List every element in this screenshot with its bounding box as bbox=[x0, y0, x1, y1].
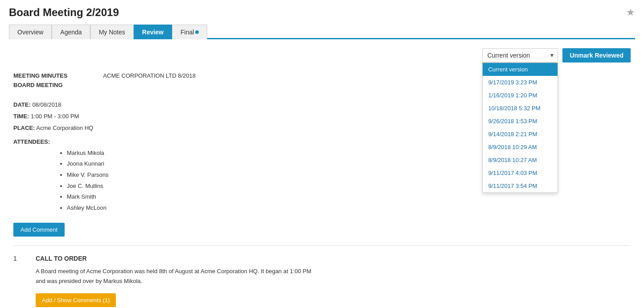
dropdown-item-v4[interactable]: 9/26/2018 1:53 PM bbox=[483, 115, 558, 128]
add-show-comments-button[interactable]: Add / Show Comments (1) bbox=[36, 293, 116, 307]
section-1: 1 CALL TO ORDER A Board meeting of Acme … bbox=[13, 255, 631, 307]
page-wrapper: Board Meeting 2/2019 ★ Overview Agenda M… bbox=[0, 0, 644, 308]
star-icon[interactable]: ★ bbox=[626, 7, 635, 18]
dropdown-item-v7[interactable]: 8/9/2018 10:27 AM bbox=[483, 154, 558, 166]
section-header: 1 CALL TO ORDER bbox=[13, 255, 631, 262]
add-comment-button[interactable]: Add Comment bbox=[13, 223, 65, 237]
final-dot bbox=[195, 30, 199, 34]
section-divider bbox=[13, 246, 631, 246]
tab-my-notes[interactable]: My Notes bbox=[90, 25, 134, 39]
version-select-wrapper: Current version9/17/2019 3:23 PM1/16/201… bbox=[482, 48, 558, 62]
date-value: 08/08/2018 bbox=[32, 101, 61, 108]
title-row: Board Meeting 2/2019 ★ bbox=[9, 6, 635, 19]
page-title: Board Meeting 2/2019 bbox=[9, 6, 119, 19]
unmark-reviewed-button[interactable]: Unmark Reviewed bbox=[562, 48, 631, 62]
time-label: TIME: bbox=[13, 113, 29, 120]
place-label: PLACE: bbox=[13, 125, 35, 131]
version-bar: Current version9/17/2019 3:23 PM1/16/201… bbox=[13, 48, 631, 62]
tab-final[interactable]: Final bbox=[172, 25, 207, 39]
section-number: 1 bbox=[13, 255, 22, 262]
section-title: CALL TO ORDER bbox=[36, 255, 87, 262]
dropdown-item-v9[interactable]: 9/11/2017 3:54 PM bbox=[483, 179, 558, 192]
content-area: Current version9/17/2019 3:23 PM1/16/201… bbox=[0, 39, 644, 308]
tabs-row: Overview Agenda My Notes Review Final bbox=[9, 23, 635, 39]
dropdown-item-v6[interactable]: 8/9/2018 10:29 AM bbox=[483, 141, 558, 154]
tab-agenda[interactable]: Agenda bbox=[52, 25, 90, 39]
section-body: A Board meeting of Acme Corporation was … bbox=[36, 266, 631, 286]
attendee-item: Ashley McLoon bbox=[67, 203, 631, 214]
date-label: DATE: bbox=[13, 101, 31, 108]
meta-company: ACME CORPORATION LTD 8/2018 bbox=[103, 71, 196, 81]
dropdown-item-v5[interactable]: 9/14/2018 2:21 PM bbox=[483, 128, 558, 141]
header: Board Meeting 2/2019 ★ Overview Agenda M… bbox=[0, 0, 644, 39]
meta-col-right: ACME CORPORATION LTD 8/2018 bbox=[103, 71, 196, 90]
attendee-item: Mark Smith bbox=[67, 191, 631, 203]
tab-overview[interactable]: Overview bbox=[9, 25, 52, 39]
dropdown-item-v1[interactable]: 9/17/2019 3:23 PM bbox=[483, 76, 558, 89]
meta-line2: BOARD MEETING bbox=[13, 81, 67, 90]
tab-review[interactable]: Review bbox=[134, 25, 172, 39]
dropdown-item-current[interactable]: Current version bbox=[483, 63, 558, 76]
dropdown-item-v2[interactable]: 1/16/2019 1:20 PM bbox=[483, 89, 558, 102]
meta-line1: MEETING MINUTES bbox=[13, 71, 67, 81]
time-value: 1:00 PM - 3:00 PM bbox=[31, 113, 79, 120]
dropdown-item-v3[interactable]: 10/18/2018 5:32 PM bbox=[483, 102, 558, 115]
version-select[interactable]: Current version9/17/2019 3:23 PM1/16/201… bbox=[482, 48, 558, 62]
version-dropdown[interactable]: Current version9/17/2019 3:23 PM1/16/201… bbox=[482, 62, 558, 193]
place-value: Acme Corporation HQ bbox=[36, 125, 93, 131]
dropdown-item-v8[interactable]: 9/11/2017 4:03 PM bbox=[483, 166, 558, 179]
meta-col-left: MEETING MINUTES BOARD MEETING bbox=[13, 71, 67, 90]
